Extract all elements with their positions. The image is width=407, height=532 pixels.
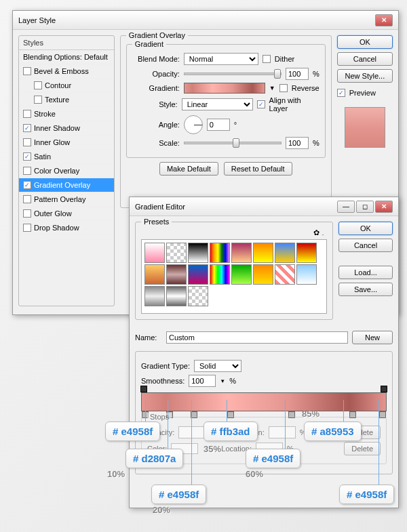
gradient-editor-title: Gradient Editor: [135, 203, 185, 211]
new-style-button[interactable]: New Style...: [337, 69, 393, 83]
reset-default-button[interactable]: Reset to Default: [224, 162, 292, 176]
cancel-button[interactable]: Cancel: [337, 52, 393, 66]
chevron-down-icon[interactable]: ▼: [220, 378, 225, 384]
scale-label: Scale:: [132, 139, 180, 147]
ge-ok-button[interactable]: OK: [338, 222, 393, 235]
stop-opacity-input[interactable]: [178, 426, 206, 438]
styles-list: Styles Blending Options: Default Bevel &…: [18, 35, 115, 306]
checkbox-icon[interactable]: ✓: [23, 124, 31, 132]
checkbox-icon[interactable]: ✓: [23, 181, 31, 189]
checkbox-icon[interactable]: [23, 67, 31, 75]
opacity-stop[interactable]: [140, 386, 147, 392]
name-input[interactable]: [166, 331, 348, 344]
checkbox-icon[interactable]: [34, 96, 42, 104]
annotation-hex: # d2807a: [125, 449, 183, 468]
annotation-hex: # e4958f: [151, 485, 206, 504]
style-item-texture[interactable]: Texture: [19, 93, 114, 107]
annotation-pct: 60%: [246, 469, 263, 479]
checkbox-icon[interactable]: ✓: [23, 152, 31, 161]
connector-line: [379, 400, 379, 488]
annotation-hex: # a85953: [304, 422, 362, 441]
smooth-input[interactable]: [189, 375, 216, 387]
dither-label: Dither: [275, 55, 294, 63]
chevron-down-icon[interactable]: ▼: [269, 85, 275, 91]
close-icon[interactable]: ✕: [375, 201, 393, 213]
ge-load-button[interactable]: Load...: [338, 266, 393, 279]
name-label: Name:: [135, 333, 162, 342]
align-label: Align with Layer: [269, 96, 319, 112]
checkbox-icon[interactable]: [34, 81, 42, 89]
gradient-editor-titlebar[interactable]: Gradient Editor — ◻ ✕: [130, 197, 398, 216]
opacity-slider[interactable]: [184, 73, 282, 75]
annotation-hex: # ffb3ad: [204, 422, 258, 441]
angle-input[interactable]: [207, 119, 230, 131]
ge-cancel-button[interactable]: Cancel: [338, 239, 393, 252]
gradient-preview: [345, 107, 385, 148]
gradient-bar[interactable]: [141, 392, 387, 411]
layer-style-titlebar[interactable]: Layer Style ✕: [13, 11, 398, 30]
connector-line: [191, 400, 192, 488]
checkbox-icon[interactable]: [23, 110, 31, 118]
layer-style-title: Layer Style: [18, 16, 56, 24]
style-item-inner-glow[interactable]: Inner Glow: [19, 136, 114, 150]
scale-input[interactable]: [286, 137, 309, 149]
presets-legend: Presets: [141, 218, 172, 226]
annotation-pct: 35%: [204, 444, 221, 454]
maximize-icon[interactable]: ◻: [356, 201, 374, 213]
smooth-label: Smoothness:: [141, 377, 185, 385]
new-button[interactable]: New: [352, 331, 393, 344]
checkbox-icon[interactable]: [23, 224, 31, 232]
type-select[interactable]: Solid: [194, 360, 241, 372]
style-item-satin[interactable]: ✓Satin: [19, 150, 114, 164]
blend-mode-label: Blend Mode:: [132, 55, 180, 63]
style-item-color-overlay[interactable]: Color Overlay: [19, 164, 114, 178]
checkbox-icon[interactable]: [23, 195, 31, 203]
checkbox-icon[interactable]: [23, 138, 31, 146]
ge-save-button[interactable]: Save...: [338, 283, 393, 296]
delete-button[interactable]: Delete: [344, 442, 381, 455]
annotation-pct: 85%: [302, 409, 319, 419]
style-item-outer-glow[interactable]: Outer Glow: [19, 207, 114, 221]
opacity-stop[interactable]: [381, 386, 387, 392]
checkbox-icon[interactable]: [23, 167, 31, 175]
make-default-button[interactable]: Make Default: [159, 162, 218, 176]
style-item-bevel[interactable]: Bevel & Emboss: [19, 64, 114, 79]
blending-options-row[interactable]: Blending Options: Default: [19, 50, 114, 64]
presets-grid[interactable]: [141, 239, 327, 314]
style-item-contour[interactable]: Contour: [19, 79, 114, 93]
scale-slider[interactable]: [184, 142, 282, 144]
reverse-label: Reverse: [292, 84, 319, 92]
angle-dial[interactable]: [184, 115, 203, 134]
gradient-legend: Gradient: [132, 40, 166, 48]
gear-icon[interactable]: ✿﹒: [313, 228, 327, 237]
checkbox-icon[interactable]: [23, 209, 31, 218]
blend-mode-select[interactable]: Normal: [184, 53, 258, 65]
dither-checkbox[interactable]: [263, 55, 271, 63]
annotation-pct: 10%: [107, 469, 125, 479]
angle-label: Angle:: [132, 121, 180, 129]
ok-button[interactable]: OK: [337, 35, 393, 49]
style-label: Style:: [132, 100, 178, 108]
style-select[interactable]: Linear: [182, 98, 253, 110]
styles-header[interactable]: Styles: [19, 36, 114, 50]
annotation-hex: # e4958f: [339, 485, 394, 504]
type-label: Gradient Type:: [141, 362, 190, 370]
style-item-pattern-overlay[interactable]: Pattern Overlay: [19, 192, 114, 207]
preview-label: Preview: [349, 89, 376, 97]
annotation-pct: 20%: [153, 505, 170, 515]
close-icon[interactable]: ✕: [375, 14, 393, 26]
gradient-label: Gradient:: [132, 84, 180, 92]
style-item-gradient-overlay[interactable]: ✓Gradient Overlay: [19, 178, 114, 192]
style-item-drop-shadow[interactable]: Drop Shadow: [19, 221, 114, 235]
opacity-input[interactable]: [286, 68, 309, 80]
style-item-stroke[interactable]: Stroke: [19, 107, 114, 121]
align-checkbox[interactable]: ✓: [257, 100, 265, 108]
location-input[interactable]: [269, 426, 296, 438]
preview-checkbox[interactable]: ✓: [337, 89, 345, 97]
gradient-swatch[interactable]: [184, 83, 265, 94]
gradient-overlay-panel: Gradient Overlay Gradient Blend Mode:Nor…: [120, 35, 332, 208]
reverse-checkbox[interactable]: [279, 84, 288, 92]
minimize-icon[interactable]: —: [337, 201, 355, 213]
annotation-hex: # e4958f: [105, 422, 160, 441]
style-item-inner-shadow[interactable]: ✓Inner Shadow: [19, 121, 114, 136]
